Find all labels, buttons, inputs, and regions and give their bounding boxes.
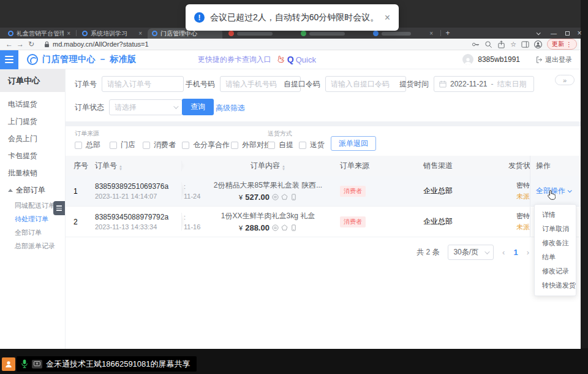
sidebar-item-member-visit[interactable]: 会员上门 bbox=[0, 130, 65, 147]
browser-update-button[interactable]: 更新 ⋮ bbox=[547, 39, 577, 50]
checkbox-source-consumer[interactable]: 消费者 bbox=[143, 140, 176, 150]
delivery-group-label: 送货方式 bbox=[268, 129, 292, 138]
panel-divider bbox=[66, 121, 581, 126]
dispatch-return-button[interactable]: 派单退回 bbox=[331, 136, 376, 151]
user-avatar[interactable] bbox=[462, 54, 473, 65]
mouse-cursor bbox=[547, 189, 556, 200]
sidebar-collapse-handle[interactable] bbox=[53, 201, 65, 215]
header-order-no[interactable]: 订单号▲▼ bbox=[92, 161, 182, 171]
box-icon bbox=[281, 224, 288, 231]
page-size-select[interactable]: 30条/页 bbox=[448, 245, 494, 260]
checkbox-delivery-delivery[interactable]: 送货 bbox=[299, 140, 325, 150]
toast-close-icon[interactable]: × bbox=[385, 12, 390, 23]
checkbox-icon bbox=[299, 142, 306, 149]
checkbox-source-external[interactable]: 外部对接 bbox=[231, 140, 271, 150]
hamburger-menu-button[interactable] bbox=[0, 50, 18, 69]
cell-channel: 企业总部 bbox=[392, 216, 484, 227]
pickup-code-input[interactable] bbox=[325, 76, 406, 92]
address-bar[interactable]: md.maboy.cn/AllOrder?status=1 bbox=[44, 40, 149, 48]
browser-toolbar: ← → ↻ md.maboy.cn/AllOrder?status=1 bbox=[0, 39, 581, 50]
window-minimize-button[interactable]: — bbox=[546, 28, 561, 39]
sidebar-subitem-all-orders[interactable]: 全部订单 bbox=[0, 226, 65, 239]
key-icon[interactable] bbox=[472, 40, 480, 48]
app-body: 订单中心 电话提货 上门提货 会员上门 卡包提货 批量核销 全部订单 同城配送订… bbox=[0, 69, 581, 349]
menu-item-close-order[interactable]: 结单 bbox=[535, 250, 576, 264]
screen: 礼盒营销平台管理中心 × 系统培训学习 × 门店管理中心 bbox=[0, 0, 588, 374]
order-no-input[interactable] bbox=[102, 76, 184, 92]
cell-content: 1份XX生鲜羊肉礼盒3kg 礼盒 ¥ 288.00 bbox=[202, 211, 334, 232]
header-source: 订单来源 bbox=[334, 161, 392, 171]
menu-item-cancel-order[interactable]: 订单取消 bbox=[535, 222, 576, 236]
bookmark-star-icon[interactable]: ☆ bbox=[510, 40, 516, 48]
date-range-input[interactable]: 2022-11-21 - 结束日期 bbox=[434, 76, 534, 92]
checkbox-delivery-selfpickup[interactable]: 自提 bbox=[268, 140, 293, 150]
tab-title: 系统培训学习 bbox=[91, 29, 127, 38]
sidebar-item-phone-pickup[interactable]: 电话提货 bbox=[0, 96, 65, 113]
window-menu-button[interactable] bbox=[530, 28, 545, 39]
coupon-query-link[interactable]: 更快捷的券卡查询入口 bbox=[198, 55, 271, 65]
profile-icon[interactable] bbox=[534, 40, 542, 48]
table-row[interactable]: 1 83859389251069376a 2023-11-21 14:14:07… bbox=[66, 176, 581, 207]
reload-icon[interactable]: ↻ bbox=[26, 40, 37, 48]
lock-icon bbox=[44, 41, 50, 48]
expand-filters-button[interactable]: » bbox=[555, 75, 575, 85]
sidebar-subitem-hq-dispatch-log[interactable]: 总部派单记录 bbox=[0, 239, 65, 253]
next-page-button[interactable]: › bbox=[527, 248, 529, 257]
tab-close-icon[interactable]: × bbox=[67, 30, 70, 37]
sidebar-section-order-center: 订单中心 bbox=[0, 69, 65, 92]
share-icon[interactable] bbox=[497, 40, 505, 48]
advanced-filter-link[interactable]: 高级筛选 bbox=[216, 103, 245, 113]
menu-item-edit-remark[interactable]: 修改备注 bbox=[535, 236, 576, 250]
checkbox-source-store[interactable]: 门店 bbox=[110, 140, 135, 150]
obscured-tab-label bbox=[237, 32, 273, 36]
order-status-select[interactable]: 请选择 bbox=[109, 99, 183, 115]
browser-tab-2[interactable]: 系统培训学习 × bbox=[78, 28, 146, 39]
header-ship-status: 发货状态 bbox=[484, 161, 530, 171]
checkbox-source-warehouse-share[interactable]: 仓分享合作 bbox=[182, 140, 230, 150]
browser-tab-1[interactable]: 礼盒营销平台管理中心 × bbox=[4, 28, 75, 39]
search-button[interactable]: 查询 bbox=[182, 99, 214, 115]
header-action: 操作 bbox=[530, 156, 581, 176]
tab-close-icon[interactable]: × bbox=[429, 30, 433, 37]
sharer-avatar bbox=[2, 357, 15, 371]
maximize-icon bbox=[565, 31, 570, 36]
box-icon bbox=[281, 194, 288, 200]
hamburger-icon bbox=[5, 56, 13, 57]
sort-icon[interactable]: ▲▼ bbox=[282, 165, 285, 171]
pointing-finger-icon bbox=[276, 55, 285, 64]
back-icon[interactable]: ← bbox=[4, 40, 15, 48]
sidebar-item-card-pickup[interactable]: 卡包提货 bbox=[0, 147, 65, 164]
new-tab-button[interactable]: + bbox=[443, 29, 452, 37]
tab-close-icon[interactable]: × bbox=[138, 30, 142, 37]
table-row[interactable]: 2 83859345088979792a 2023-11-13 14:33:34… bbox=[66, 207, 581, 237]
menu-item-edit-history[interactable]: 修改记录 bbox=[535, 264, 576, 278]
obscured-tab-label bbox=[309, 32, 345, 36]
sidebar-item-door-pickup[interactable]: 上门提货 bbox=[0, 113, 65, 130]
microphone-icon bbox=[21, 359, 28, 368]
current-page[interactable]: 1 bbox=[513, 248, 518, 257]
person-icon bbox=[4, 360, 13, 368]
prev-page-button[interactable]: ‹ bbox=[502, 248, 505, 257]
header-content[interactable]: 订单内容▲▼ bbox=[202, 161, 334, 171]
forward-icon[interactable]: → bbox=[15, 40, 26, 48]
quick-link[interactable]: Quick bbox=[296, 55, 316, 64]
sidebar-item-batch-writeoff[interactable]: 批量核销 bbox=[0, 164, 65, 181]
sort-icon[interactable]: ▲▼ bbox=[119, 165, 123, 171]
logout-button[interactable]: 退出登录 bbox=[536, 55, 572, 64]
checkbox-source-hq[interactable]: 总部 bbox=[75, 140, 100, 150]
screen-share-icon bbox=[32, 360, 42, 368]
sidebar-group-all-orders[interactable]: 全部订单 bbox=[0, 181, 65, 199]
coupon-icon bbox=[272, 194, 279, 200]
phone-icon bbox=[290, 194, 297, 200]
side-panel-icon[interactable] bbox=[521, 40, 529, 48]
window-close-button[interactable]: × bbox=[572, 28, 587, 39]
site-favicon bbox=[8, 31, 13, 36]
menu-item-details[interactable]: 详情 bbox=[535, 208, 576, 222]
header-channel: 销售渠道 bbox=[392, 161, 484, 171]
cell-channel: 企业总部 bbox=[392, 186, 484, 196]
menu-item-to-express[interactable]: 转快递发货 bbox=[535, 278, 576, 292]
cell-order-no: 83859345088979792a 2023-11-13 14:33:34 bbox=[92, 213, 182, 231]
end-date-placeholder: 结束日期 bbox=[497, 79, 527, 90]
app-title: 门店管理中心 － 标准版 bbox=[42, 54, 137, 65]
zoom-icon[interactable] bbox=[484, 40, 492, 48]
